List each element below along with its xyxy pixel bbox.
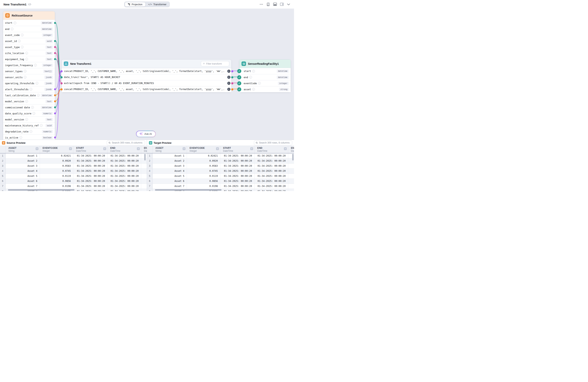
more-options-icon[interactable] [259,2,263,6]
output-port[interactable] [54,58,56,60]
target-field-row[interactable]: ✓ eventCode i integer [239,80,291,86]
function-library-icon[interactable]: f [266,2,270,6]
expression-row[interactable]: concat(PRODUCT_ID, '_', CUSTOMER_NAME, '… [62,86,231,92]
source-field-row[interactable]: asset_type i text [3,44,55,50]
info-icon[interactable]: i [37,94,40,97]
expression-row[interactable]: concat(PRODUCT_ID, '_', CUSTOMER_NAME, '… [62,68,231,74]
output-port[interactable] [54,100,56,102]
info-icon[interactable]: i [36,82,38,85]
input-port[interactable] [61,82,63,85]
info-icon[interactable]: i [252,70,255,73]
output-port[interactable] [231,76,233,78]
source-field-row[interactable]: commissioned date i datetime [3,104,55,110]
source-field-row[interactable]: site_location i text [3,50,55,56]
info-icon[interactable]: i [25,118,28,121]
tab-projection[interactable]: Projection [125,2,146,7]
info-icon[interactable]: i [30,88,32,91]
info-icon[interactable]: i [249,76,252,79]
remove-expression-button[interactable]: ✕ [227,88,231,91]
info-icon[interactable]: i [258,82,261,85]
source-field-row[interactable]: alert_thresholds i jsonb [3,86,55,92]
column-menu-button[interactable]: ▼ [103,147,106,150]
table-row[interactable]: 2 Asset 2 0.0920 01-34-2025: 00:00:20 01… [147,159,294,164]
source-field-row[interactable]: end i datetime [3,26,55,32]
table-row[interactable]: 1 Asset 1 0.02421 01-34-2025: 00:00:20 0… [147,153,294,159]
column-menu-button[interactable]: ▼ [137,147,140,150]
output-port[interactable] [231,82,233,85]
source-field-row[interactable]: equipment_tag i text [3,56,55,62]
transform-panel[interactable]: New Transform1 concat(PRODUCT_ID, '_', C… [62,59,231,92]
info-icon[interactable]: i [31,106,34,109]
column-menu-button[interactable]: ▼ [69,147,72,150]
source-field-row[interactable]: asset_id i uuid [3,38,55,44]
info-icon[interactable]: i [25,100,28,103]
remove-expression-button[interactable]: ✕ [227,70,231,73]
code-icon[interactable] [28,3,31,6]
column-menu-button[interactable]: ▼ [183,147,186,150]
tab-transformer[interactable]: </> Transformer [146,2,169,7]
table-row[interactable]: 3 Asset 3 0.0583 01-34-2025: 00:00:20 01… [147,164,294,169]
table-row[interactable]: 7 Asset 7 0.0198 01-34-2025: 00:00:20 01… [147,184,294,189]
output-port[interactable] [54,46,56,48]
remove-expression-button[interactable]: ✕ [227,82,231,85]
output-port[interactable] [54,88,56,90]
column-menu-button[interactable]: ▼ [216,147,219,150]
target-field-row[interactable]: ✓ asset i strong [239,86,291,92]
info-icon[interactable]: i [24,70,26,73]
column-header-en[interactable]: EN Dat [141,146,147,153]
table-row[interactable]: 6 Asset 6 0.0856 01-34-2025: 00:00:20 01… [147,179,294,184]
column-header-en[interactable]: EN Da [288,146,294,153]
table-row[interactable]: 2 Asset 2 0.0920 01-34-2025: 00:00:20 01… [0,159,147,164]
source-field-row[interactable]: date_quality_score i numeric [3,110,55,116]
table-row[interactable]: 5 Asset 5 0.0119 01-34-2025: 00:00:20 01… [0,174,147,179]
target-field-row[interactable]: ✓ end i datetime [239,74,291,80]
mapping-canvas[interactable]: RelAssetSource start i datetime end i da… [0,9,294,140]
table-row[interactable]: 3 Asset 3 0.0583 01-34-2025: 00:00:20 01… [0,164,147,169]
source-field-row[interactable]: ingestion_frequency i integer [3,62,55,68]
check-icon[interactable]: ✓ [30,130,32,133]
source-table-panel[interactable]: RelAssetSource start i datetime end i da… [3,11,55,140]
table-row[interactable]: 4 Asset 4 0.0745 01-34-2025: 00:00:20 01… [0,169,147,174]
input-port[interactable] [61,88,63,90]
mapped-check-icon[interactable]: ✓ [237,81,241,85]
panel-bottom-icon[interactable] [273,2,277,6]
info-icon[interactable]: i [21,34,23,36]
search-input[interactable] [259,141,291,144]
info-icon[interactable]: i [18,40,21,42]
column-header-eventcode[interactable]: EVENTCODE Integer ▼ [40,146,73,153]
info-icon[interactable]: i [34,64,37,66]
target-preview-search[interactable] [254,140,292,145]
output-port[interactable] [54,40,56,42]
source-field-row[interactable]: maintenance_history_ref ✓ uuid [3,122,55,128]
horizontal-scrollbar[interactable] [8,189,74,191]
source-field-row[interactable]: is_active ✓ boolean [3,134,55,140]
expression-row[interactable]: date_trunc('hour', START) AS HOUR_BUCKET… [62,74,231,80]
column-header-end[interactable]: END DateTime ▼ [107,146,141,153]
mapped-check-icon[interactable]: ✓ [237,75,241,79]
output-port[interactable] [54,137,56,138]
vertical-scrollbar[interactable] [292,154,294,160]
table-row[interactable]: 1 Asset 1 0.02421 01-34-2025: 00:00:20 0… [0,153,147,159]
table-row[interactable]: 7 Asset 7 0.0198 01-34-2025: 00:00:20 01… [0,184,147,189]
expression-row[interactable]: extract(epoch from (END - START)) / 60 A… [62,80,231,86]
source-field-row[interactable]: sensor_types i text[] [3,68,55,74]
column-header-end[interactable]: END DateTime ▼ [254,146,288,153]
input-port[interactable] [61,76,63,78]
remove-expression-button[interactable]: ✕ [227,76,231,79]
info-icon[interactable]: i [24,76,26,79]
column-header-eventcode[interactable]: EVENTCODE Integer ▼ [187,146,220,153]
source-field-row[interactable]: start i datetime [3,20,55,26]
chevron-down-icon[interactable] [287,2,291,6]
source-field-row[interactable]: operating_thresholds i jsonb [3,80,55,86]
info-icon[interactable]: i [252,88,255,91]
check-icon[interactable]: ✓ [40,124,42,127]
output-port[interactable] [54,106,56,108]
output-port[interactable] [231,70,233,72]
source-field-row[interactable]: degradation_rate ✓ numeric [3,128,55,134]
info-icon[interactable]: i [11,28,13,30]
ask-ai-button[interactable]: Ask AI [136,131,156,137]
column-menu-button[interactable]: ▼ [36,147,39,150]
input-port[interactable] [61,70,63,72]
output-port[interactable] [54,22,56,24]
horizontal-scrollbar[interactable] [155,189,221,191]
